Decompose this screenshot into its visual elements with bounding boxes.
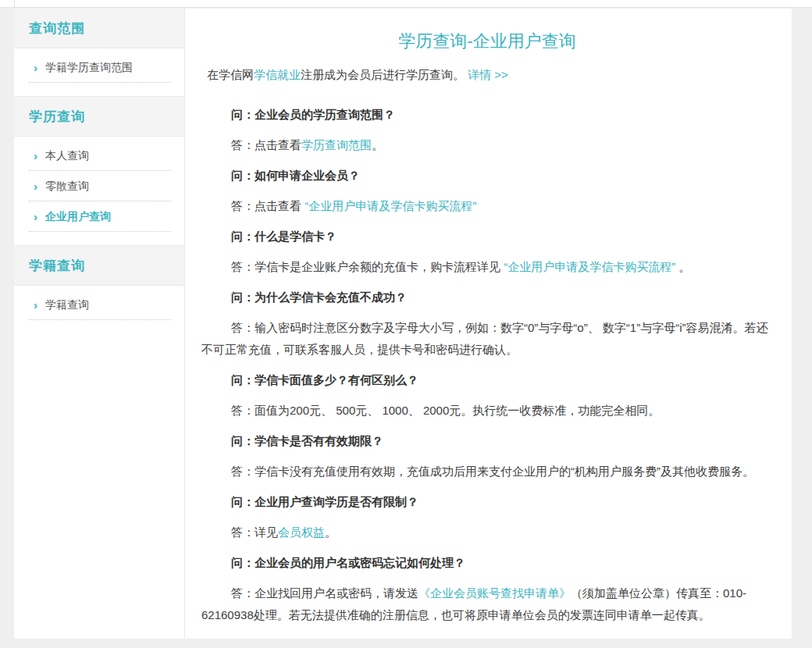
chevron-right-icon: › (34, 212, 37, 223)
sidebar-item[interactable]: ›学籍学历查询范围 (29, 52, 171, 83)
page-title: 学历查询-企业用户查询 (201, 30, 773, 53)
faq-answer: 答：学信卡是企业账户余额的充值卡，购卡流程详见 “企业用户申请及学信卡购买流程”… (201, 256, 773, 278)
sidebar-item-group: ›学籍学历查询范围 (14, 48, 184, 96)
sidebar-section: 学籍查询›学籍查询 (14, 245, 184, 639)
page-layout: 查询范围›学籍学历查询范围学历查询›本人查询›零散查询›企业用户查询学籍查询›学… (14, 9, 792, 639)
sidebar-item-label: 学籍学历查询范围 (45, 61, 133, 75)
text-run: 在学信网 (207, 68, 254, 81)
text-run: 。 (325, 525, 337, 539)
faq-question: 问：为什么学信卡会充值不成功？ (201, 287, 773, 308)
faq-answer: 答：输入密码时注意区分数字及字母大小写，例如：数字“0”与字母“o”、 数字“1… (201, 317, 773, 361)
sidebar-section-title: 学籍查询 (14, 245, 184, 286)
text-run: 答：面值为200元、 500元、 1000、 2000元。执行统一收费标准，功能… (231, 404, 660, 417)
sidebar-item-group: ›本人查询›零散查询›企业用户查询 (14, 137, 184, 245)
faq-question: 问：学信卡面值多少？有何区别么？ (201, 369, 773, 391)
sidebar-item-label: 本人查询 (45, 149, 89, 163)
sidebar-item[interactable]: ›学籍查询 (29, 290, 171, 320)
sidebar: 查询范围›学籍学历查询范围学历查询›本人查询›零散查询›企业用户查询学籍查询›学… (14, 9, 185, 639)
sidebar-item-group: ›学籍查询 (14, 286, 184, 333)
faq-question: 问：什么是学信卡？ (201, 226, 773, 247)
sidebar-item[interactable]: ›本人查询 (29, 141, 171, 171)
inline-link[interactable]: 学历查询范围 (301, 138, 372, 151)
sidebar-section-title: 查询范围 (14, 9, 184, 48)
faq-answer: 答：点击查看学历查询范围。 (201, 134, 773, 156)
faq-question: 问：如何申请企业会员？ (201, 165, 773, 187)
sidebar-section-title: 学历查询 (14, 96, 184, 137)
faq-answer: 答：详见会员权益。 (201, 522, 773, 543)
inline-link[interactable]: 详情 >> (468, 68, 508, 81)
text-run: 。 (372, 138, 383, 151)
sidebar-item-label: 零散查询 (45, 180, 89, 194)
text-run: 注册成为会员后进行学历查询。 (301, 68, 468, 81)
faq-question: 问：学信卡是否有有效期限？ (201, 430, 773, 452)
inline-link[interactable]: “企业用户申请及学信卡购买流程” (504, 260, 675, 273)
sidebar-item[interactable]: ›零散查询 (29, 171, 171, 201)
text-run: 答：学信卡没有充值使用有效期，充值成功后用来支付企业用户的“机构用户服务费”及其… (231, 465, 754, 478)
text-run: 。 (675, 260, 690, 273)
chevron-right-icon: › (34, 300, 37, 311)
inline-link[interactable]: 《企业会员账号查找申请单》 (418, 586, 571, 600)
sidebar-item-label: 学籍查询 (45, 298, 89, 312)
inline-link[interactable]: “企业用户申请及学信卡购买流程” (304, 199, 476, 212)
intro-paragraph: 在学信网学信就业注册成为会员后进行学历查询。 详情 >> (201, 64, 773, 86)
chevron-right-icon: › (34, 62, 37, 73)
text-run: 答：详见 (231, 525, 278, 539)
text-run: 答：输入密码时注意区分数字及字母大小写，例如：数字“0”与字母“o”、 数字“1… (201, 321, 768, 356)
inline-link[interactable]: 学信就业 (254, 68, 301, 81)
text-run: 答：点击查看 (231, 138, 301, 151)
text-run: 答：学信卡是企业账户余额的充值卡，购卡流程详见 (231, 260, 504, 273)
sidebar-item[interactable]: ›企业用户查询 (29, 201, 171, 232)
inline-link[interactable]: 会员权益 (278, 525, 325, 539)
sidebar-section: 查询范围›学籍学历查询范围 (14, 9, 184, 96)
faq-answer: 答：企业找回用户名或密码，请发送《企业会员账号查找申请单》（须加盖单位公章）传真… (201, 582, 773, 626)
faq-question: 问：企业会员的学历查询范围？ (201, 104, 773, 126)
faq-answer: 答：点击查看 “企业用户申请及学信卡购买流程” (201, 195, 773, 217)
faq-question: 问：企业会员的用户名或密码忘记如何处理？ (201, 552, 773, 574)
text-run: 答：企业找回用户名或密码，请发送 (231, 586, 418, 600)
text-run: 答：点击查看 (231, 199, 304, 212)
chevron-right-icon: › (34, 181, 37, 192)
faq-list: 问：企业会员的学历查询范围？答：点击查看学历查询范围。问：如何申请企业会员？答：… (201, 104, 773, 626)
header-divider-tick (14, 0, 15, 8)
faq-answer: 答：面值为200元、 500元、 1000、 2000元。执行统一收费标准，功能… (201, 400, 773, 422)
sidebar-item-label: 企业用户查询 (45, 210, 111, 224)
sidebar-section: 学历查询›本人查询›零散查询›企业用户查询 (14, 96, 184, 245)
faq-answer: 答：学信卡没有充值使用有效期，充值成功后用来支付企业用户的“机构用户服务费”及其… (201, 461, 773, 482)
main-content: 学历查询-企业用户查询 在学信网学信就业注册成为会员后进行学历查询。 详情 >>… (185, 9, 792, 639)
top-header-strip (0, 0, 812, 8)
faq-question: 问：企业用户查询学历是否有限制？ (201, 491, 773, 513)
chevron-right-icon: › (34, 151, 37, 162)
